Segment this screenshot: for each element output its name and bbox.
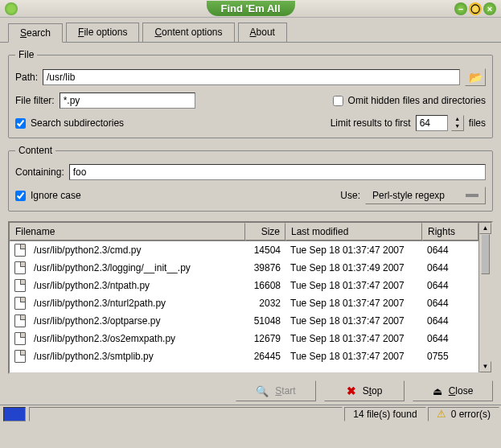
cell-size: 26445 <box>245 351 285 362</box>
regexp-mode-value: Perl-style regexp <box>372 190 445 201</box>
cell-rights: 0644 <box>422 262 478 273</box>
cell-filename: /usr/lib/python2.3/smtplib.py <box>29 351 245 362</box>
omit-hidden-label: Omit hidden files and directories <box>348 95 486 106</box>
containing-input[interactable] <box>69 164 486 180</box>
cell-filename: /usr/lib/python2.3/ntpath.py <box>29 280 245 291</box>
file-legend: File <box>15 49 37 60</box>
limit-label: Limit results to first <box>331 117 411 129</box>
exit-icon: ⏏ <box>433 385 442 397</box>
folder-open-icon: 📂 <box>469 71 483 84</box>
cell-rights: 0644 <box>422 245 478 256</box>
col-filename[interactable]: Filename <box>10 223 245 240</box>
file-icon <box>14 297 26 310</box>
cell-size: 2032 <box>245 298 285 309</box>
tab-content-options[interactable]: Content options <box>142 23 234 42</box>
table-row[interactable]: /usr/lib/python2.3/nturl2path.py2032Tue … <box>10 294 478 312</box>
file-group: File Path: 📂 File filter: Omit hidden fi… <box>8 49 493 138</box>
stop-button[interactable]: ✖ Stop <box>324 380 404 401</box>
containing-label: Containing: <box>15 166 64 178</box>
ignore-case-checkbox[interactable] <box>15 191 26 201</box>
tab-file-options[interactable]: File options <box>66 23 139 42</box>
scroll-down-icon[interactable]: ▼ <box>479 361 491 372</box>
col-size[interactable]: Size <box>245 223 285 240</box>
file-icon <box>14 314 26 327</box>
button-bar: 🔍 Start ✖ Stop ⏏ Close <box>0 374 501 405</box>
minimize-icon[interactable]: – <box>454 2 467 15</box>
cell-size: 39876 <box>245 262 285 273</box>
scroll-up-icon[interactable]: ▲ <box>479 223 491 234</box>
app-icon <box>5 2 18 15</box>
table-row[interactable]: /usr/lib/python2.3/os2emxpath.py12679Tue… <box>10 330 478 347</box>
path-label: Path: <box>15 72 38 83</box>
content-legend: Content <box>15 145 55 156</box>
table-row[interactable]: /usr/lib/python2.3/cmd.py14504Tue Sep 18… <box>10 241 478 259</box>
tab-search[interactable]: Search <box>8 23 63 43</box>
search-icon: 🔍 <box>256 385 269 397</box>
filter-label: File filter: <box>15 95 55 106</box>
cell-modified: Tue Sep 18 01:37:49 2007 <box>285 262 422 273</box>
status-found: 14 file(s) found <box>344 407 425 421</box>
file-icon <box>14 244 26 257</box>
combo-handle-icon <box>466 194 478 197</box>
scroll-thumb[interactable] <box>481 234 490 274</box>
status-bar: 14 file(s) found ⚠ 0 error(s) <box>0 405 501 422</box>
cell-filename: /usr/lib/python2.3/cmd.py <box>29 245 245 256</box>
results-scrollbar[interactable]: ▲ ▼ <box>478 223 491 372</box>
col-rights[interactable]: Rights <box>422 223 478 240</box>
subdirs-checkbox[interactable] <box>15 118 26 129</box>
limit-spinner[interactable]: ▲▼ <box>451 115 464 131</box>
cell-modified: Tue Sep 18 01:37:47 2007 <box>285 333 422 344</box>
titlebar: Find 'Em All – ◯ × <box>0 0 501 18</box>
warning-icon: ⚠ <box>437 408 446 420</box>
col-modified[interactable]: Last modified <box>285 223 422 240</box>
path-input[interactable] <box>43 69 460 85</box>
errors-text: 0 error(s) <box>451 409 491 420</box>
cell-filename: /usr/lib/python2.3/nturl2path.py <box>29 298 245 309</box>
cell-rights: 0644 <box>422 333 478 344</box>
file-icon <box>14 279 26 292</box>
table-row[interactable]: /usr/lib/python2.3/optparse.py51048Tue S… <box>10 312 478 330</box>
ignore-case-label: Ignore case <box>31 190 81 201</box>
subdirs-label: Search subdirectories <box>31 117 124 129</box>
close-button[interactable]: ⏏ Close <box>413 380 493 401</box>
omit-hidden-checkbox[interactable] <box>333 96 343 106</box>
close-icon[interactable]: × <box>483 2 496 15</box>
file-icon <box>14 332 26 345</box>
start-button[interactable]: 🔍 Start <box>236 380 316 401</box>
status-spacer <box>29 407 343 421</box>
cell-modified: Tue Sep 18 01:37:47 2007 <box>285 315 422 327</box>
stop-icon: ✖ <box>347 384 356 397</box>
cell-filename: /usr/lib/python2.3/logging/__init__.py <box>29 262 245 273</box>
cell-filename: /usr/lib/python2.3/os2emxpath.py <box>29 333 245 344</box>
cell-rights: 0644 <box>422 298 478 309</box>
table-row[interactable]: /usr/lib/python2.3/smtplib.py26445Tue Se… <box>10 347 478 365</box>
limit-input[interactable] <box>416 115 448 131</box>
limit-suffix: files <box>469 117 486 129</box>
table-row[interactable]: /usr/lib/python2.3/ntpath.py16608Tue Sep… <box>10 277 478 294</box>
filter-input[interactable] <box>60 92 195 109</box>
file-icon <box>14 261 26 274</box>
cell-size: 16608 <box>245 280 285 291</box>
cell-modified: Tue Sep 18 01:37:47 2007 <box>285 280 422 291</box>
cell-size: 12679 <box>245 333 285 344</box>
tab-bar: Search File options Content options Abou… <box>0 18 501 43</box>
table-row[interactable]: /usr/lib/python2.3/logging/__init__.py39… <box>10 259 478 277</box>
browse-folder-button[interactable]: 📂 <box>465 68 486 86</box>
cell-modified: Tue Sep 18 01:37:47 2007 <box>285 298 422 309</box>
content-group: Content Containing: Ignore case Use: Per… <box>8 145 493 212</box>
cell-modified: Tue Sep 18 01:37:47 2007 <box>285 351 422 362</box>
results-header: Filename Size Last modified Rights <box>10 223 478 241</box>
status-errors: ⚠ 0 error(s) <box>428 407 499 421</box>
regexp-mode-combo[interactable]: Perl-style regexp <box>365 187 486 204</box>
results-table: Filename Size Last modified Rights /usr/… <box>8 221 493 374</box>
cell-filename: /usr/lib/python2.3/optparse.py <box>29 315 245 327</box>
file-icon <box>14 350 26 363</box>
cell-size: 51048 <box>245 315 285 327</box>
cell-rights: 0755 <box>422 351 478 362</box>
window-title: Find 'Em All <box>206 1 294 16</box>
tab-about[interactable]: About <box>238 23 287 42</box>
use-label: Use: <box>340 190 360 201</box>
maximize-icon[interactable]: ◯ <box>469 2 482 15</box>
cell-rights: 0644 <box>422 280 478 291</box>
progress-chip <box>3 407 26 421</box>
